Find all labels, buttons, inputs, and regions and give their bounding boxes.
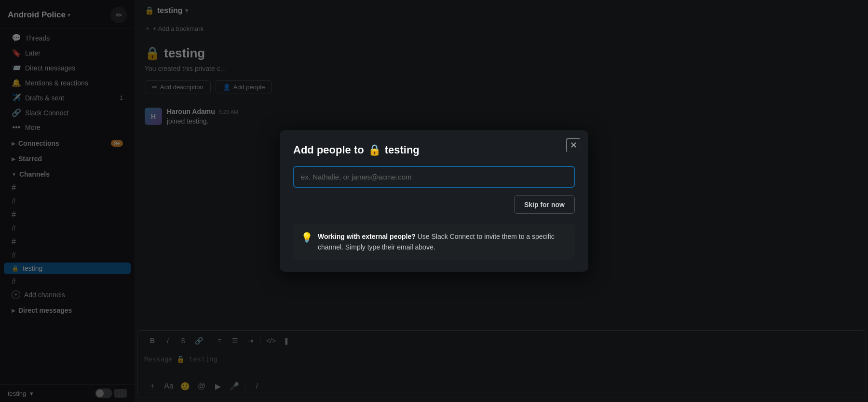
modal-overlay: Add people to 🔒 testing ✕ Skip for now 💡… (0, 0, 868, 402)
main-content: 🔒 testing ▾ ＋ + Add a bookmark 🔒 testing… (135, 0, 868, 402)
modal-info-bold: Working with external people? (318, 233, 416, 240)
modal-info-box: 💡 Working with external people? Use Slac… (293, 223, 575, 261)
add-people-modal: Add people to 🔒 testing ✕ Skip for now 💡… (280, 130, 588, 272)
modal-title-prefix: Add people to (293, 144, 364, 156)
info-icon: 💡 (301, 232, 313, 243)
add-people-input[interactable] (293, 166, 575, 188)
skip-label: Skip for now (524, 201, 565, 208)
modal-title: Add people to 🔒 testing (293, 144, 575, 156)
close-icon: ✕ (570, 140, 577, 151)
modal-actions: Skip for now (293, 195, 575, 214)
modal-info-text: Working with external people? Use Slack … (318, 231, 567, 253)
modal-lock-icon: 🔒 (368, 144, 381, 156)
skip-for-now-button[interactable]: Skip for now (514, 195, 575, 214)
modal-channel-name: testing (385, 144, 420, 156)
modal-close-button[interactable]: ✕ (566, 138, 581, 152)
